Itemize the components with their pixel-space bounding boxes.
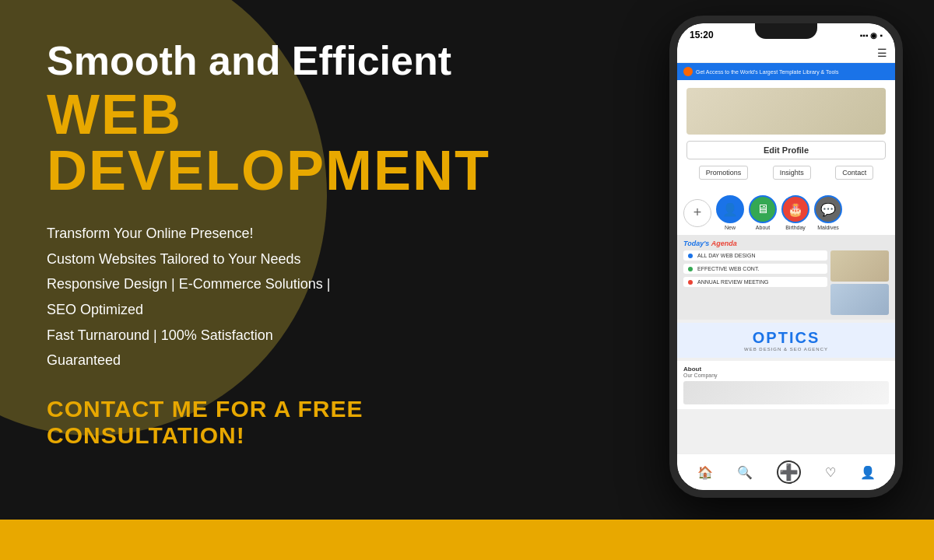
story-label-birthday: Birthday <box>785 225 806 230</box>
content-left: Smooth and Efficient WEB DEVELOPMENT Tra… <box>0 0 560 480</box>
banner-icon <box>683 67 693 76</box>
feature-4: SEO Optimized <box>47 298 560 322</box>
feature-1: Transform Your Online Presence! <box>47 222 560 246</box>
features-list: Transform Your Online Presence! Custom W… <box>47 222 560 373</box>
agenda-text-1: ALL DAY WEB DESIGN <box>697 253 823 258</box>
story-add-button[interactable]: + <box>683 199 711 227</box>
nav-home-icon[interactable]: 🏠 <box>697 465 713 480</box>
story-new[interactable]: 👤 New <box>716 195 744 230</box>
agenda-text-2: EFFECTIVE WEB CONT. <box>697 266 823 271</box>
contact-tab[interactable]: Contact <box>835 166 873 180</box>
feature-6: Guaranteed <box>47 348 560 373</box>
nav-heart-icon[interactable]: ♡ <box>825 465 836 480</box>
top-section: Smooth and Efficient WEB DEVELOPMENT Tra… <box>0 0 934 520</box>
story-label-maldives: Maldives <box>817 225 839 230</box>
story-label-new: New <box>725 225 736 230</box>
feature-3: Responsive Design | E-Commerce Solutions… <box>47 272 560 296</box>
phone-screen: 15:20 ▪▪▪ ◉ ▪ ☰ Get Access <box>677 23 895 490</box>
status-icons: ▪▪▪ ◉ ▪ <box>860 31 883 40</box>
about-subtitle: Our Company <box>683 373 889 378</box>
bottom-nav: 🏠 🔍 ➕ ♡ 👤 <box>677 453 895 490</box>
feature-5: Fast Turnaround | 100% Satisfaction <box>47 324 560 348</box>
optics-section: OPTICS WEB DESIGN & SEO AGENCY <box>677 323 895 358</box>
status-time: 15:20 <box>690 30 714 40</box>
nav-profile-icon[interactable]: 👤 <box>860 465 876 480</box>
headline-line2: WEB DEVELOPMENT <box>47 86 560 198</box>
agenda-images <box>830 250 889 315</box>
profile-section: Edit Profile Promotions Insights Contact <box>677 80 895 191</box>
promotions-tab[interactable]: Promotions <box>699 166 749 180</box>
agenda-item-3: ANNUAL REVIEW MEETING <box>683 277 827 287</box>
blue-banner: Get Access to the World's Largest Templa… <box>677 63 895 80</box>
story-circle-new: 👤 <box>716 195 744 223</box>
story-circle-maldives: 💬 <box>814 195 842 223</box>
agenda-highlight: Agenda <box>711 240 737 247</box>
agenda-dot-2 <box>688 267 693 271</box>
nav-add-icon[interactable]: ➕ <box>777 460 801 484</box>
agenda-content: ALL DAY WEB DESIGN EFFECTIVE WEB CONT. A… <box>683 250 889 315</box>
insights-tab[interactable]: Insights <box>773 166 811 180</box>
story-birthday[interactable]: 🎂 Birthday <box>781 195 809 230</box>
story-about[interactable]: 🖥 About <box>749 195 777 230</box>
edit-profile-button[interactable]: Edit Profile <box>686 141 886 159</box>
phone-area: 15:20 ▪▪▪ ◉ ▪ ☰ Get Access <box>669 16 903 520</box>
agenda-dot-1 <box>688 254 693 258</box>
cta-text[interactable]: CONTACT ME FOR A FREE CONSULTATION! <box>47 396 560 449</box>
phone-outer: 15:20 ▪▪▪ ◉ ▪ ☰ Get Access <box>669 16 903 498</box>
story-row: + 👤 New 🖥 About 🎂 Birthday <box>677 191 895 235</box>
phone-notch <box>755 23 817 39</box>
profile-tabs: Promotions Insights Contact <box>686 166 886 180</box>
banner-text: Get Access to the World's Largest Templa… <box>696 69 838 75</box>
agenda-text-3: ANNUAL REVIEW MEETING <box>697 279 823 285</box>
bottom-bar <box>0 520 934 560</box>
about-image <box>683 381 889 404</box>
optics-logo: OPTICS <box>683 329 889 347</box>
nav-search-icon[interactable]: 🔍 <box>737 465 753 480</box>
headline-line1: Smooth and Efficient <box>47 39 560 83</box>
feature-2: Custom Websites Tailored to Your Needs <box>47 247 560 271</box>
story-maldives[interactable]: 💬 Maldives <box>814 195 842 230</box>
main-container: Smooth and Efficient WEB DEVELOPMENT Tra… <box>0 0 934 560</box>
agenda-item-2: EFFECTIVE WEB CONT. <box>683 264 827 274</box>
hamburger-icon[interactable]: ☰ <box>877 47 887 59</box>
agenda-title: Today's Agenda <box>683 240 889 247</box>
about-title: About <box>683 366 889 373</box>
about-section: About Our Company <box>677 361 895 409</box>
agenda-list: ALL DAY WEB DESIGN EFFECTIVE WEB CONT. A… <box>683 250 827 315</box>
agenda-dot-3 <box>688 280 693 285</box>
desk-image-1 <box>830 250 889 282</box>
story-circle-birthday: 🎂 <box>781 195 809 223</box>
story-label-about: About <box>756 225 770 230</box>
agenda-item-1: ALL DAY WEB DESIGN <box>683 250 827 261</box>
desk-image-2 <box>830 284 889 315</box>
feed-section: Today's Agenda ALL DAY WEB DESIGN <box>677 235 895 320</box>
story-circle-about: 🖥 <box>749 195 777 223</box>
optics-sub: WEB DESIGN & SEO AGENCY <box>683 347 889 352</box>
